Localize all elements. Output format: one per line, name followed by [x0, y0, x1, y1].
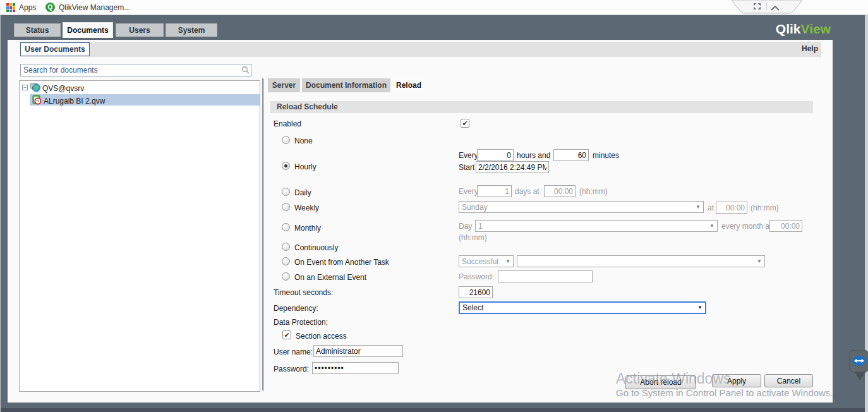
radio-hourly[interactable]: [282, 162, 290, 170]
radio-weekly-label: Weekly: [294, 203, 319, 212]
username-label: User name:: [274, 348, 313, 356]
radio-continuously[interactable]: [282, 243, 290, 251]
daily-days-at-label: days at: [515, 187, 539, 196]
weekly-time-input[interactable]: [716, 202, 747, 214]
tab-users[interactable]: Users: [116, 23, 164, 37]
weekly-at-label: at: [708, 203, 714, 212]
dependency-value: Select: [462, 303, 483, 312]
tab-reload[interactable]: Reload: [392, 78, 425, 92]
hourly-every-label: Every: [459, 151, 478, 160]
weekly-hhmm-label: (hh:mm): [750, 203, 779, 212]
dropdown-arrow-icon: ▼: [709, 223, 714, 229]
toolbar-shape: [732, 0, 802, 14]
tab-user-documents[interactable]: User Documents: [20, 42, 90, 56]
hourly-start-input[interactable]: [476, 161, 549, 173]
abort-reload-button[interactable]: Abort reload: [625, 375, 696, 389]
search-icon[interactable]: [241, 66, 250, 76]
monthly-day-label: Day: [459, 222, 472, 231]
monthly-every-month-at-label: every month at: [721, 222, 771, 231]
qlikview-management-console: Apps Q QlikView Managem... Status Docume…: [0, 0, 868, 412]
radio-daily-label: Daily: [294, 188, 311, 197]
daily-hhmm-label: (hh:mm): [579, 187, 608, 196]
radio-monthly-label: Monthly: [294, 224, 321, 233]
splitter[interactable]: [262, 78, 264, 391]
enabled-checkbox[interactable]: ✔: [461, 119, 469, 128]
apps-grid-icon[interactable]: [6, 3, 15, 12]
apply-button[interactable]: Apply: [712, 374, 761, 387]
hourly-minutes-input[interactable]: [553, 149, 589, 161]
document-clock-icon: [32, 95, 42, 107]
radio-on-external-label: On an External Event: [294, 273, 366, 282]
password-label: Password:: [274, 365, 309, 373]
radio-hourly-label: Hourly: [294, 162, 316, 171]
event-trigger-dropdown[interactable]: Successful▼: [459, 255, 514, 267]
username-input[interactable]: [313, 345, 403, 357]
section-access-label: Section access: [296, 332, 347, 341]
radio-monthly[interactable]: [282, 223, 290, 231]
tree-node-document-label[interactable]: ALrugaib BI 2.qvw: [44, 97, 105, 106]
timeout-input[interactable]: [459, 286, 493, 298]
bottom-edge: [0, 408, 868, 412]
subtab-bar: [20, 42, 821, 57]
left-edge: [0, 15, 1, 412]
dropdown-arrow-icon: ▼: [697, 305, 702, 310]
hourly-hours-and-label: hours and: [517, 151, 550, 160]
daily-every-label: Every: [459, 187, 478, 196]
qlikview-favicon-icon: Q: [45, 3, 55, 12]
help-link[interactable]: Help: [783, 44, 818, 53]
monthly-hhmm-label: (hh:mm): [459, 233, 487, 242]
radio-daily[interactable]: [282, 188, 290, 196]
apps-label[interactable]: Apps: [19, 3, 36, 12]
tab-system[interactable]: System: [166, 23, 217, 37]
search-input[interactable]: [20, 64, 251, 76]
event-trigger-value: Successful: [462, 257, 498, 266]
hourly-minutes-label: minutes: [593, 151, 619, 160]
logo-qlik-text: Qlik: [776, 21, 801, 36]
event-task-dropdown[interactable]: ▼: [517, 255, 765, 267]
collapse-icon[interactable]: −: [22, 85, 28, 90]
monthly-day-dropdown[interactable]: 1▼: [475, 220, 718, 232]
dropdown-arrow-icon: ▼: [505, 258, 510, 264]
monthly-time-input[interactable]: [769, 220, 802, 232]
weekly-day-dropdown[interactable]: Sunday▼: [459, 201, 704, 213]
hourly-start-label: Start: [459, 163, 474, 172]
hourly-hours-input[interactable]: [477, 149, 514, 161]
cancel-button[interactable]: Cancel: [764, 374, 813, 387]
dropdown-arrow-icon: ▼: [757, 258, 762, 264]
qlikview-logo: QlikView: [761, 21, 831, 37]
daily-time-input[interactable]: [544, 185, 576, 197]
section-header-reload-schedule: Reload Schedule: [270, 101, 813, 113]
tree-node-server-label[interactable]: QVS@qvsrv: [42, 84, 84, 93]
tab-status[interactable]: Status: [14, 23, 61, 37]
teamviewer-icon[interactable]: [847, 350, 868, 386]
radio-on-external[interactable]: [282, 272, 290, 281]
monthly-day-value: 1: [478, 222, 483, 231]
dependency-label: Dependency:: [274, 304, 318, 313]
external-password-input[interactable]: [498, 270, 593, 282]
toolbar-divider: [766, 3, 767, 10]
weekly-day-value: Sunday: [462, 203, 488, 212]
radio-none-label: None: [294, 136, 313, 145]
radio-on-event[interactable]: [282, 257, 290, 265]
radio-none[interactable]: [282, 136, 290, 144]
password-input[interactable]: [312, 362, 399, 374]
bookmark-qlikview[interactable]: QlikView Managem...: [59, 3, 130, 12]
logo-view-text: View: [801, 21, 831, 36]
dropdown-arrow-icon: ▼: [696, 204, 701, 210]
tab-documents[interactable]: Documents: [63, 22, 113, 38]
tab-server[interactable]: Server: [268, 78, 300, 92]
radio-weekly[interactable]: [282, 203, 290, 211]
exit-fullscreen-icon[interactable]: [752, 2, 762, 13]
enabled-label: Enabled: [274, 119, 301, 128]
tab-document-information[interactable]: Document Information: [302, 78, 390, 92]
external-password-label: Password:: [459, 272, 494, 281]
dependency-dropdown[interactable]: Select▼: [459, 301, 706, 314]
daily-days-input[interactable]: [477, 185, 512, 197]
browser-bookmarks-bar: Apps Q QlikView Managem...: [0, 0, 868, 15]
section-access-checkbox[interactable]: ✔: [282, 330, 291, 339]
radio-on-event-label: On Event from Another Task: [294, 258, 389, 267]
timeout-label: Timeout seconds:: [274, 288, 333, 297]
chevron-up-icon[interactable]: [771, 4, 780, 13]
fullscreen-exit-toolbar: [732, 0, 802, 14]
radio-continuously-label: Continuously: [294, 243, 338, 252]
